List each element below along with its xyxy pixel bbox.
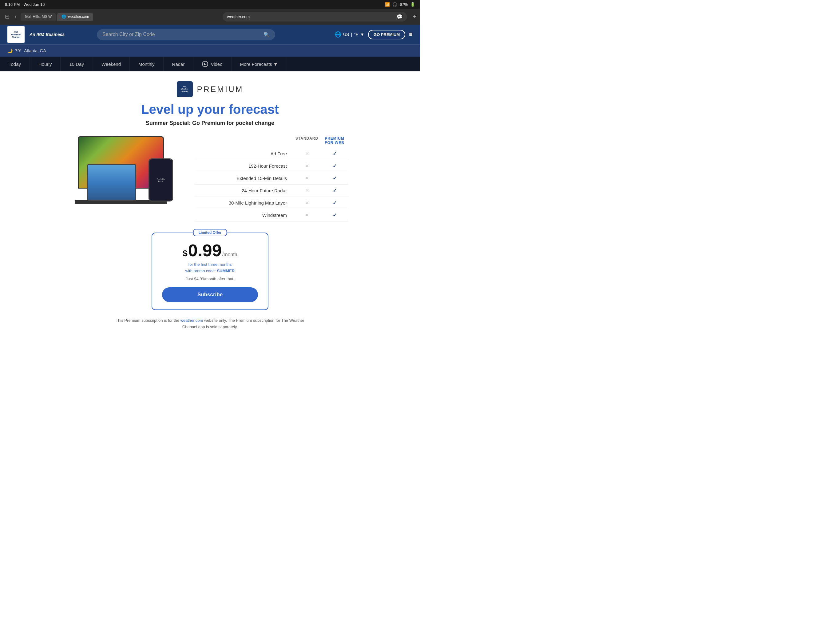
feature-premium-3: ✓ [321,188,348,193]
nav-video[interactable]: ▶ Video [193,57,231,71]
search-input[interactable] [103,32,261,37]
phone-screen: Thu 7:15a▶ ● ● [149,159,172,201]
browser-controls: ⊟ ‹ [4,12,17,21]
status-left: 8:16 PM Wed Jun 16 [5,2,45,7]
battery-text: 67% [400,2,408,7]
price-after: Just $4.99/month after that. [162,277,258,281]
premium-header: TheWeatherChannel PREMIUM [177,81,243,97]
feature-standard-5: ✕ [293,212,321,218]
feature-row-0: Ad Free ✕ ✓ [195,148,348,160]
tagline-an: An [30,32,35,37]
tablet-mockup [87,164,136,201]
subscribe-button[interactable]: Subscribe [162,287,258,302]
battery-icon: 🔋 [410,2,415,7]
feature-standard-0: ✕ [293,151,321,157]
tab-1[interactable]: 🌐 weather.com [57,13,93,21]
new-tab-button[interactable]: + [413,13,416,20]
logo-line3: Channel [12,36,20,38]
back-button[interactable]: ‹ [13,12,17,21]
tab-0[interactable]: Gulf Hills, MS W [21,13,56,21]
pricing-card: Limited Offer $ 0.99 /month for the firs… [152,233,268,310]
nav-video-label: Video [211,62,222,67]
feature-name-2: Extended 15-Min Details [195,176,293,181]
feature-premium-4: ✓ [321,200,348,206]
search-icon: 🔍 [264,32,270,38]
feature-standard-1: ✕ [293,163,321,169]
premium-label: PREMIUM [197,85,243,94]
main-content: TheWeatherChannel PREMIUM Level up your … [0,71,420,343]
feature-name-0: Ad Free [195,151,293,156]
feature-name-3: 24-Hour Future Radar [195,188,293,193]
feature-standard-3: ✕ [293,188,321,193]
url-bar-container[interactable]: 💬 [223,12,407,22]
tab-1-label: 🌐 [62,14,66,19]
disclaimer-link[interactable]: weather.com [180,318,203,323]
price-note-2: with promo code: [185,269,216,273]
price-per: /month [222,252,237,258]
disclaimer: This Premium subscription is for the wea… [112,317,308,330]
logo-line2: Weather [11,33,21,36]
status-bar: 8:16 PM Wed Jun 16 📶 🎧 67% 🔋 [0,0,420,9]
business-text: Business [46,32,65,37]
features-header: STANDARD PREMIUMFOR WEB [195,136,348,145]
tab-0-label: Gulf Hills, MS W [25,14,52,19]
tablet-screen [88,165,135,200]
tab-1-text: weather.com [68,14,89,19]
feature-name-5: Windstream [195,212,293,218]
globe-icon: 🌐 [335,31,341,38]
feature-row-3: 24-Hour Future Radar ✕ ✓ [195,185,348,197]
feature-row-5: Windstream ✕ ✓ [195,209,348,222]
nav-hourly[interactable]: Hourly [30,57,61,71]
limited-offer-badge: Limited Offer [193,229,227,236]
col-header-standard: STANDARD [293,136,321,145]
wifi-icon: 📶 [385,2,390,7]
feature-row-4: 30-Mile Lightning Map Layer ✕ ✓ [195,197,348,209]
nav-radar[interactable]: Radar [164,57,194,71]
col-header-premium: PREMIUMFOR WEB [321,136,348,145]
play-icon: ▶ [202,61,208,67]
sidebar-toggle-button[interactable]: ⊟ [4,12,11,21]
status-right: 📶 🎧 67% 🔋 [385,2,415,7]
go-premium-button[interactable]: GO PREMIUM [368,30,405,40]
search-bar[interactable]: 🔍 [97,29,275,40]
nav-monthly[interactable]: Monthly [130,57,164,71]
price-note-1: for the first three months [188,262,232,267]
nav-more-forecasts[interactable]: More Forecasts ▼ [232,57,287,71]
location-name: Atlanta, GA [24,48,46,53]
promo-code: SUMMER [217,269,235,273]
unit-separator: | [351,32,352,37]
feature-name-1: 192-Hour Forecast [195,163,293,169]
devices-image: Thu 7:15a▶ ● ● [72,136,182,204]
price-note: for the first three months with promo co… [162,261,258,274]
unit-label: °F [354,32,358,37]
features-table: STANDARD PREMIUMFOR WEB Ad Free ✕ ✓ 192-… [195,136,348,222]
status-date: Wed Jun 16 [24,2,44,7]
ibm-tagline: An IBM Business [30,32,65,37]
feature-row-2: Extended 15-Min Details ✕ ✓ [195,172,348,185]
nav-weekend[interactable]: Weekend [93,57,130,71]
locale-selector[interactable]: 🌐 US | °F ▼ [335,31,364,38]
header-right: 🌐 US | °F ▼ GO PREMIUM ≡ [335,30,413,40]
feature-standard-4: ✕ [293,200,321,206]
feature-standard-2: ✕ [293,175,321,181]
chevron-down-icon: ▼ [360,32,364,37]
nav-10day[interactable]: 10 Day [61,57,93,71]
temperature: 79° [15,48,22,53]
feature-premium-5: ✓ [321,212,348,218]
browser-chrome: ⊟ ‹ Gulf Hills, MS W 🌐 weather.com 💬 + [0,9,420,25]
feature-name-4: 30-Mile Lightning Map Layer [195,200,293,206]
logo-line1: The [14,31,18,33]
feature-premium-2: ✓ [321,175,348,181]
nav-today[interactable]: Today [0,57,30,71]
phone-mockup: Thu 7:15a▶ ● ● [148,158,173,201]
main-header: The Weather Channel An IBM Business 🔍 🌐 … [0,25,420,44]
url-input[interactable] [227,14,394,19]
premium-logo-text: TheWeatherChannel [181,86,188,93]
disclaimer-text1: This Premium subscription is for the [115,318,180,323]
hero-title: Level up your forecast [141,102,279,117]
feature-premium-0: ✓ [321,151,348,157]
more-forecasts-chevron: ▼ [273,62,278,67]
hamburger-icon[interactable]: ≡ [409,31,413,38]
logo-box: The Weather Channel [7,26,25,43]
price-display: $ 0.99 /month [162,242,258,259]
